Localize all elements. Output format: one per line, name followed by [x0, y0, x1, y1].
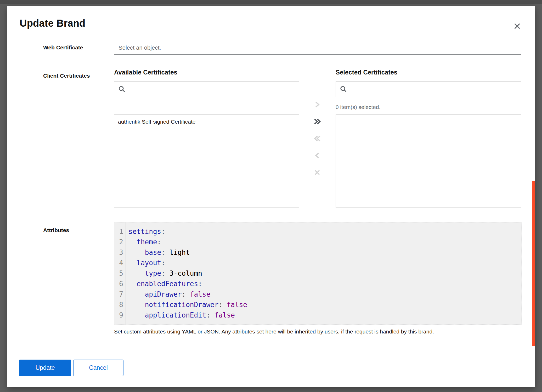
code-line: settings:: [128, 226, 522, 237]
page-title: Update Brand: [20, 18, 86, 29]
code-content[interactable]: settings: theme: base: light layout: typ…: [126, 222, 522, 325]
angle-double-left-button[interactable]: [312, 133, 323, 144]
update-button[interactable]: Update: [19, 360, 71, 376]
cancel-button[interactable]: Cancel: [73, 360, 123, 376]
attributes-label: Attributes: [43, 227, 69, 233]
modal-backdrop: Update Brand Web Certificate Client Cert…: [0, 0, 542, 392]
angle-right-icon: [313, 100, 321, 109]
angle-double-right-icon: [313, 117, 321, 126]
angle-double-right-button[interactable]: [312, 116, 323, 127]
attributes-code-editor[interactable]: 123456789 settings: theme: base: light l…: [114, 222, 522, 325]
attributes-help-text: Set custom attributes using YAML or JSON…: [114, 328, 512, 335]
code-line: applicationEdit: false: [128, 310, 522, 320]
available-certificates-header: Available Certificates: [114, 69, 177, 76]
times-button[interactable]: [312, 167, 323, 178]
selected-search-box: [336, 81, 521, 97]
angle-double-left-icon: [313, 134, 321, 143]
update-brand-modal: Update Brand Web Certificate Client Cert…: [7, 6, 535, 387]
angle-right-button[interactable]: [312, 99, 323, 110]
search-icon: [340, 85, 347, 93]
code-line: layout:: [128, 258, 522, 268]
accent-scroll-bar: [532, 181, 535, 346]
selected-search-input[interactable]: [351, 82, 517, 97]
angle-left-icon: [313, 151, 321, 160]
web-certificate-label: Web Certificate: [43, 44, 83, 51]
available-search-input[interactable]: [129, 82, 295, 97]
code-line: theme:: [128, 237, 522, 247]
client-certificates-label: Client Certificates: [43, 73, 90, 79]
code-line: enabledFeatures:: [128, 279, 522, 289]
code-line: apiDrawer: false: [128, 289, 522, 299]
web-certificate-select[interactable]: [114, 41, 521, 55]
angle-left-button[interactable]: [312, 150, 323, 161]
list-item[interactable]: authentik Self-signed Certificate: [114, 115, 299, 128]
search-icon: [118, 85, 126, 93]
selected-certificates-list[interactable]: [336, 114, 521, 208]
close-button[interactable]: [511, 20, 523, 32]
dual-list-controls: [312, 99, 323, 184]
code-line-numbers: 123456789: [114, 222, 126, 325]
selected-certificates-header: Selected Certificates: [336, 69, 397, 76]
code-line: notificationDrawer: false: [128, 299, 522, 310]
selected-count-status: 0 item(s) selected.: [336, 104, 381, 110]
close-icon: [513, 22, 521, 30]
available-search-box: [114, 81, 299, 97]
times-icon: [313, 168, 321, 177]
code-line: base: light: [128, 247, 522, 258]
backdrop-top-strip: [0, 0, 542, 4]
available-certificates-list[interactable]: authentik Self-signed Certificate: [114, 114, 299, 208]
code-line: type: 3-column: [128, 268, 522, 279]
